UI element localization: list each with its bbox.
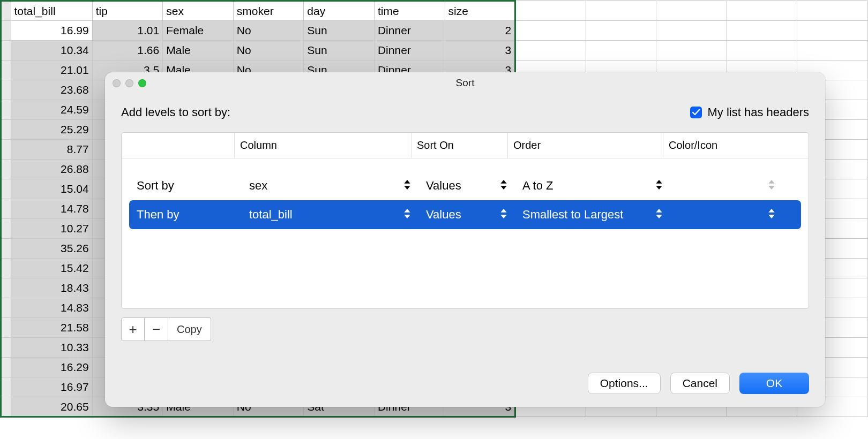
- sort-levels-panel: Column Sort On Order Color/Icon Sort bys…: [121, 132, 809, 309]
- checkbox-label: My list has headers: [707, 105, 809, 119]
- sort-level[interactable]: Sort bysexValuesA to Z: [129, 171, 801, 200]
- cell-time[interactable]: Dinner: [374, 21, 445, 41]
- table-row[interactable]: 16.991.01FemaleNoSunDinner2: [1, 21, 868, 41]
- order-dropdown[interactable]: A to Z: [515, 171, 670, 200]
- cell-total_bill[interactable]: 16.97: [11, 377, 92, 397]
- sorton-dropdown[interactable]: Values: [418, 171, 515, 200]
- coloricon-dropdown[interactable]: [670, 171, 783, 200]
- chevron-updown-icon: [403, 208, 411, 222]
- col-header[interactable]: tip: [92, 1, 163, 21]
- cancel-button[interactable]: Cancel: [670, 373, 730, 394]
- cell-total_bill[interactable]: 14.83: [11, 298, 92, 318]
- cell-total_bill[interactable]: 21.01: [11, 60, 92, 80]
- cell-total_bill[interactable]: 8.77: [11, 140, 92, 160]
- add-level-button[interactable]: +: [121, 317, 145, 341]
- chevron-updown-icon: [768, 179, 775, 193]
- dialog-titlebar[interactable]: Sort: [105, 72, 825, 94]
- sort-level-selected[interactable]: Then bytotal_billValuesSmallest to Large…: [129, 200, 801, 229]
- instruction-label: Add levels to sort by:: [121, 105, 230, 119]
- cell-total_bill[interactable]: 24.59: [11, 100, 92, 120]
- cell-total_bill[interactable]: 10.34: [11, 41, 92, 60]
- cell-total_bill[interactable]: 35.26: [11, 239, 92, 259]
- options-button[interactable]: Options...: [588, 373, 661, 394]
- chevron-updown-icon: [403, 179, 411, 193]
- cell-sex[interactable]: Male: [163, 41, 234, 60]
- chevron-updown-icon: [500, 179, 507, 193]
- column-dropdown[interactable]: total_bill: [242, 200, 418, 229]
- cell-total_bill[interactable]: 21.58: [11, 318, 92, 338]
- cell-day[interactable]: Sun: [304, 41, 375, 60]
- cell-total_bill[interactable]: 25.29: [11, 120, 92, 140]
- cell-smoker[interactable]: No: [233, 41, 304, 60]
- cell-total_bill[interactable]: 18.43: [11, 278, 92, 298]
- table-row[interactable]: 10.341.66MaleNoSunDinner3: [1, 41, 868, 60]
- cell-size[interactable]: 3: [445, 41, 515, 60]
- header-row: total_bill tip sex smoker day time size: [1, 1, 868, 21]
- order-dropdown[interactable]: Smallest to Largest: [515, 200, 670, 229]
- chevron-updown-icon: [768, 208, 775, 222]
- cell-smoker[interactable]: No: [233, 21, 304, 41]
- col-header[interactable]: day: [304, 1, 375, 21]
- col-order: Order: [507, 133, 663, 158]
- chevron-updown-icon: [655, 179, 663, 193]
- chevron-updown-icon: [500, 208, 507, 222]
- cell-total_bill[interactable]: 14.78: [11, 199, 92, 219]
- headers-checkbox[interactable]: My list has headers: [690, 105, 809, 119]
- col-header[interactable]: smoker: [233, 1, 304, 21]
- level-label: Then by: [129, 200, 242, 229]
- cell-total_bill[interactable]: 16.29: [11, 358, 92, 377]
- cell-tip[interactable]: 1.66: [92, 41, 163, 60]
- remove-level-button[interactable]: −: [145, 317, 168, 341]
- cell-day[interactable]: Sun: [304, 21, 375, 41]
- col-header[interactable]: time: [374, 1, 445, 21]
- cell-time[interactable]: Dinner: [374, 41, 445, 60]
- sort-dialog: Sort Add levels to sort by: My list has …: [105, 72, 825, 407]
- column-dropdown[interactable]: sex: [242, 171, 418, 200]
- col-header[interactable]: sex: [163, 1, 234, 21]
- level-label: Sort by: [129, 171, 242, 200]
- coloricon-dropdown[interactable]: [670, 200, 783, 229]
- cell-size[interactable]: 2: [445, 21, 515, 41]
- cell-total_bill[interactable]: 10.33: [11, 338, 92, 358]
- col-header[interactable]: size: [445, 1, 515, 21]
- col-coloricon: Color/Icon: [663, 133, 775, 158]
- levels-header: Column Sort On Order Color/Icon: [122, 133, 809, 158]
- cell-tip[interactable]: 1.01: [92, 21, 163, 41]
- cell-total_bill[interactable]: 23.68: [11, 80, 92, 100]
- cell-total_bill[interactable]: 10.27: [11, 219, 92, 239]
- cell-total_bill[interactable]: 20.65: [11, 397, 92, 417]
- checkmark-icon: [690, 107, 702, 118]
- sorton-dropdown[interactable]: Values: [418, 200, 515, 229]
- col-sorton: Sort On: [411, 133, 507, 158]
- cell-total_bill[interactable]: 15.04: [11, 179, 92, 199]
- chevron-updown-icon: [655, 208, 663, 222]
- ok-button[interactable]: OK: [739, 373, 809, 394]
- cell-total_bill[interactable]: 16.99: [11, 21, 92, 41]
- col-column: Column: [234, 133, 411, 158]
- dialog-title: Sort: [105, 77, 825, 89]
- col-header[interactable]: total_bill: [11, 1, 92, 21]
- copy-level-button[interactable]: Copy: [168, 317, 211, 341]
- cell-sex[interactable]: Female: [163, 21, 234, 41]
- cell-total_bill[interactable]: 15.42: [11, 259, 92, 278]
- cell-total_bill[interactable]: 26.88: [11, 160, 92, 179]
